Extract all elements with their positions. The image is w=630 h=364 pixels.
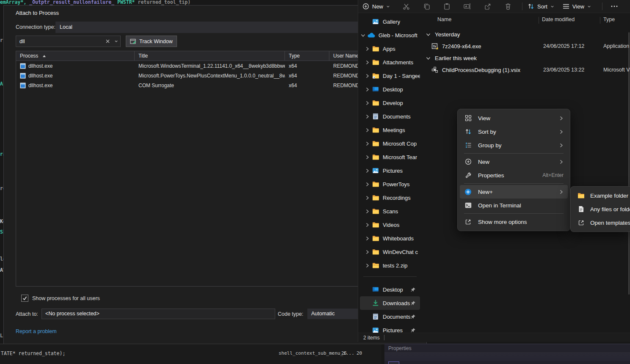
chevron-right-icon[interactable] [365, 141, 370, 146]
track-window-button[interactable]: Track Window [126, 36, 177, 47]
chevron-right-icon[interactable] [365, 236, 370, 241]
context-menu-item-new[interactable]: New [460, 155, 568, 168]
context-menu-item-view[interactable]: View [460, 111, 568, 125]
document-icon [372, 113, 379, 120]
view-button[interactable]: View [563, 3, 591, 10]
column-header-name[interactable]: Name [437, 17, 451, 22]
pin-icon [410, 314, 416, 320]
sidebar-item-microsoft-tear[interactable]: Microsoft Tear [360, 150, 420, 164]
sidebar-item-tests-2-zip[interactable]: tests 2.zip [360, 259, 420, 272]
chevron-right-icon[interactable] [365, 196, 370, 200]
sort-ascending-icon [42, 55, 46, 58]
column-divider[interactable] [539, 17, 539, 24]
chevron-right-icon[interactable] [365, 223, 370, 227]
folder-icon [577, 193, 585, 199]
sidebar-item-gleb-microsoft[interactable]: Gleb - Microsoft [360, 28, 420, 42]
show-all-users-label: Show processes for all users [32, 295, 100, 301]
chevron-right-icon[interactable] [365, 74, 370, 78]
chevron-right-icon[interactable] [365, 182, 370, 187]
monitor-icon [372, 287, 379, 292]
toolbar-separator [602, 3, 602, 10]
share-icon[interactable] [484, 3, 491, 10]
delete-icon[interactable] [504, 3, 511, 10]
chevron-right-icon[interactable] [365, 47, 370, 51]
context-menu-item-show-more-options[interactable]: Show more options [460, 215, 568, 229]
properties-panel-control[interactable] [388, 361, 399, 364]
file-row[interactable]: ChildProcessDebugging (1).vsix23/06/2025… [422, 64, 630, 76]
show-all-users-checkbox-row[interactable]: Show processes for all users [21, 295, 100, 302]
chevron-right-icon[interactable] [365, 168, 370, 173]
chevron-right-icon[interactable] [365, 155, 370, 160]
sidebar-item-meetings[interactable]: Meetings [360, 123, 420, 137]
context-menu-item-group-by[interactable]: Group by [460, 138, 568, 152]
chevron-down-icon [587, 5, 591, 8]
chevron-right-icon[interactable] [365, 60, 370, 65]
sidebar-item-pictures[interactable]: Pictures [360, 164, 420, 177]
code-line: TATE* returned_state); [1, 350, 65, 356]
sidebar-item-scans[interactable]: Scans [360, 204, 420, 218]
chevron-right-icon[interactable] [365, 128, 370, 132]
copy-icon[interactable] [423, 3, 430, 10]
submenu-item-any-files-or-folde[interactable]: Any files or folde [573, 202, 630, 216]
sort-button[interactable]: Sort [528, 3, 554, 10]
sidebar-item-day-1-sangee[interactable]: Day 1 - Sangee [360, 69, 420, 83]
new-button[interactable]: New [362, 3, 390, 10]
sidebar-item-microsoft-cop[interactable]: Microsoft Cop [360, 137, 420, 150]
rename-icon[interactable] [464, 3, 471, 9]
column-divider[interactable] [600, 17, 600, 24]
column-header-title[interactable]: Title [135, 51, 285, 61]
chevron-right-icon[interactable] [365, 250, 370, 254]
column-header-date-modified[interactable]: Date modified [542, 17, 575, 22]
column-header-type[interactable]: Type [603, 17, 615, 22]
see-more-icon[interactable] [611, 6, 618, 7]
chevron-right-icon[interactable] [365, 101, 370, 105]
process-filter-input[interactable]: dll [16, 36, 121, 47]
sidebar-item-windevchat-c[interactable]: WinDevChat c [360, 245, 420, 259]
sidebar-item-develop[interactable]: Develop [360, 96, 420, 110]
chevron-right-icon[interactable] [365, 87, 370, 92]
sidebar-pinned-downloads[interactable]: Downloads [360, 296, 420, 310]
submenu-item-example-folder[interactable]: Example folder [573, 189, 630, 202]
sidebar-item-videos[interactable]: Videos [360, 218, 420, 232]
folder-icon [372, 59, 379, 65]
newplus-icon [464, 188, 472, 196]
sidebar-item-label: Desktop [383, 86, 403, 93]
explorer-command-bar: New Sort View [358, 0, 630, 13]
sidebar-item-desktop[interactable]: Desktop [360, 83, 420, 96]
paste-icon[interactable] [443, 3, 450, 10]
file-row[interactable]: 7z7z2409-x64.exe24/06/2025 17:12Applicat… [422, 40, 630, 52]
context-menu-item-new-[interactable]: New+ [460, 185, 568, 199]
sidebar-pinned-documents[interactable]: Documents [360, 310, 420, 323]
context-menu-item-open-in-terminal[interactable]: Open in Terminal [460, 199, 568, 212]
attach-to-field[interactable]: <No process selected> [41, 309, 275, 319]
sidebar-item-recordings[interactable]: Recordings [360, 191, 420, 204]
sidebar-item-documents[interactable]: Documents [360, 110, 420, 123]
explorer-status-bar: 2 items [358, 333, 630, 342]
chevron-down-icon[interactable] [361, 33, 366, 38]
submenu-item-open-templates[interactable]: Open templates [573, 216, 630, 229]
pluscircle-icon [464, 158, 472, 165]
column-header-process[interactable]: Process [16, 51, 135, 61]
chevron-right-icon[interactable] [365, 209, 370, 214]
sidebar-item-apps[interactable]: Apps [360, 42, 420, 55]
report-a-problem-link[interactable]: Report a problem [16, 328, 57, 334]
view-button-label: View [572, 3, 584, 10]
sidebar-item-whiteboards[interactable]: Whiteboards [360, 232, 420, 245]
sidebar-item-attachments[interactable]: Attachments [360, 55, 420, 69]
context-menu-item-sort-by[interactable]: Sort by [460, 125, 568, 138]
process-name: dllhost.exe [28, 83, 52, 88]
checkbox-checked[interactable] [21, 295, 28, 302]
group-header[interactable]: Yesterday [422, 28, 630, 40]
column-header-type[interactable]: Type [285, 51, 329, 61]
context-menu-item-properties[interactable]: PropertiesAlt+Enter [460, 168, 568, 182]
sidebar-item-powertoys[interactable]: PowerToys [360, 177, 420, 191]
sidebar-item-gallery[interactable]: Gallery [360, 15, 420, 28]
chevron-right-icon[interactable] [365, 114, 370, 119]
clear-filter-icon[interactable] [103, 39, 112, 44]
sidebar-pinned-pictures[interactable]: Pictures [360, 323, 420, 333]
sidebar-pinned-desktop[interactable]: Desktop [360, 283, 420, 296]
filter-dropdown-icon[interactable] [112, 39, 120, 43]
cut-icon[interactable] [403, 3, 410, 10]
chevron-right-icon[interactable] [365, 263, 370, 268]
group-header[interactable]: Earlier this week [422, 52, 630, 64]
